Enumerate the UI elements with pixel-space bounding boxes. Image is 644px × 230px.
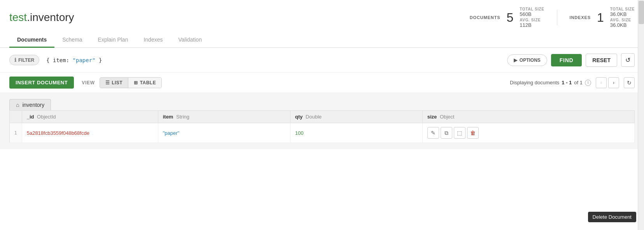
- db-collection-title: test.inventory: [9, 11, 74, 24]
- db-name: test: [9, 11, 27, 23]
- pencil-icon: ✎: [431, 130, 436, 136]
- documents-table: _id ObjectId item String qty Double size…: [9, 110, 635, 143]
- oid-value: 5a2818fcb3559f048b68fcde: [27, 130, 89, 136]
- table-label: TABLE: [140, 80, 156, 85]
- avg-size-indexes-value: 36.0KB: [610, 22, 635, 28]
- indexes-label: INDEXES: [570, 15, 591, 20]
- table-area: ⌂ inventory _id ObjectId item String qty: [0, 93, 644, 149]
- documents-count: 5: [506, 11, 513, 24]
- cell-id: 5a2818fcb3559f048b68fcde: [22, 123, 158, 143]
- col-header-id: _id ObjectId: [22, 111, 158, 123]
- filter-bar: ℹ FILTER { item: "paper" } ▶ OPTIONS FIN…: [0, 48, 644, 73]
- header: test.inventory DOCUMENTS 5 TOTAL SIZE 56…: [0, 0, 644, 28]
- avg-size-indexes: AVG. SIZE 36.0KB: [610, 18, 635, 28]
- total-size-docs-label: TOTAL SIZE: [520, 7, 544, 11]
- filter-button[interactable]: ℹ FILTER: [9, 55, 39, 65]
- cell-size: ✎ ⧉ ⬚ 🗑: [422, 123, 634, 143]
- list-label: LIST: [112, 80, 122, 85]
- total-size-indexes-value: 36.0KB: [610, 11, 635, 17]
- display-of: of 1: [574, 80, 583, 85]
- qty-value: 100: [295, 130, 304, 136]
- indexes-details: TOTAL SIZE 36.0KB AVG. SIZE 36.0KB: [610, 7, 635, 28]
- options-label: OPTIONS: [520, 57, 541, 63]
- delete-document-button[interactable]: 🗑: [467, 127, 479, 139]
- avg-size-docs-label: AVG. SIZE: [520, 18, 544, 22]
- find-button[interactable]: FIND: [551, 54, 582, 66]
- scrollbar-thumb[interactable]: [639, 1, 644, 24]
- insert-document-button[interactable]: INSERT DOCUMENT: [9, 77, 74, 89]
- copy-icon: ⧉: [444, 130, 448, 136]
- avg-size-docs: AVG. SIZE 112B: [520, 18, 544, 28]
- prev-page-button[interactable]: ‹: [596, 77, 607, 88]
- list-view-button[interactable]: ☰ LIST: [100, 78, 128, 88]
- documents-stat: DOCUMENTS 5 TOTAL SIZE 560B AVG. SIZE 11…: [470, 7, 544, 28]
- table-header-row: _id ObjectId item String qty Double size…: [10, 111, 635, 123]
- collection-header-name: inventory: [22, 102, 44, 108]
- document-toolbar: INSERT DOCUMENT VIEW ☰ LIST ⊞ TABLE Disp…: [0, 73, 644, 93]
- col-header-num: [10, 111, 22, 123]
- history-button[interactable]: ↺: [621, 53, 635, 67]
- chevron-left-icon: ‹: [600, 80, 602, 85]
- history-icon: ↺: [625, 57, 630, 63]
- tab-schema[interactable]: Schema: [54, 33, 90, 48]
- pagination-nav: ‹ ›: [596, 77, 619, 88]
- refresh-icon: ↻: [627, 80, 632, 86]
- clone-document-button[interactable]: ⬚: [454, 127, 466, 139]
- clone-icon: ⬚: [457, 130, 462, 136]
- col-header-qty: qty Double: [290, 111, 422, 123]
- app-container: test.inventory DOCUMENTS 5 TOTAL SIZE 56…: [0, 0, 644, 230]
- reset-label: RESET: [592, 57, 611, 63]
- filter-label: FILTER: [18, 57, 34, 63]
- view-toggle: ☰ LIST ⊞ TABLE: [100, 77, 162, 88]
- avg-size-docs-value: 112B: [520, 22, 544, 28]
- table-view-button[interactable]: ⊞ TABLE: [128, 78, 161, 88]
- stats-section: DOCUMENTS 5 TOTAL SIZE 560B AVG. SIZE 11…: [470, 7, 635, 28]
- collection-name-title: inventory: [30, 11, 74, 23]
- item-value: "paper": [163, 130, 179, 136]
- tab-validation[interactable]: Validation: [170, 33, 209, 48]
- avg-size-indexes-label: AVG. SIZE: [610, 18, 635, 22]
- tooltip-container: Delete Document: [588, 212, 636, 222]
- col-header-item: item String: [158, 111, 290, 123]
- info-icon: ℹ: [14, 57, 16, 63]
- reset-button[interactable]: RESET: [586, 54, 617, 67]
- options-button[interactable]: ▶ OPTIONS: [507, 54, 547, 66]
- display-info: Displaying documents 1 - 1 of 1 i: [510, 80, 591, 86]
- chevron-right-icon: ›: [613, 80, 614, 85]
- find-label: FIND: [560, 57, 573, 63]
- document-count-info-icon[interactable]: i: [585, 80, 591, 86]
- insert-label: INSERT DOCUMENT: [16, 80, 68, 85]
- table-row: 1 5a2818fcb3559f048b68fcde "paper" 100 ✎: [10, 123, 635, 143]
- copy-document-button[interactable]: ⧉: [441, 127, 452, 139]
- view-label: VIEW: [82, 80, 95, 85]
- list-icon: ☰: [105, 80, 110, 85]
- next-page-button[interactable]: ›: [608, 77, 619, 88]
- triangle-icon: ▶: [514, 57, 517, 63]
- cell-item: "paper": [158, 123, 290, 143]
- total-size-indexes: TOTAL SIZE 36.0KB: [610, 7, 635, 17]
- refresh-button[interactable]: ↻: [624, 77, 635, 88]
- home-icon: ⌂: [16, 102, 19, 108]
- documents-label: DOCUMENTS: [470, 15, 500, 20]
- documents-details: TOTAL SIZE 560B AVG. SIZE 112B: [520, 7, 544, 28]
- indexes-stat: INDEXES 1 TOTAL SIZE 36.0KB AVG. SIZE 36…: [570, 7, 635, 28]
- stats-divider: [557, 10, 557, 25]
- trash-icon: 🗑: [470, 130, 476, 136]
- collection-header: ⌂ inventory: [9, 99, 51, 110]
- scrollbar[interactable]: [638, 0, 644, 230]
- display-range: 1 - 1: [562, 80, 572, 85]
- indexes-count: 1: [597, 11, 604, 24]
- tab-documents[interactable]: Documents: [9, 33, 54, 48]
- tabs-bar: Documents Schema Explain Plan Indexes Va…: [0, 33, 644, 48]
- tab-indexes[interactable]: Indexes: [136, 33, 170, 48]
- total-size-docs: TOTAL SIZE 560B: [520, 7, 544, 17]
- tab-explain-plan[interactable]: Explain Plan: [90, 33, 136, 48]
- delete-tooltip: Delete Document: [588, 212, 636, 222]
- filter-input[interactable]: { item: "paper" }: [43, 56, 503, 65]
- col-header-size: size Object: [422, 111, 634, 123]
- edit-document-button[interactable]: ✎: [427, 127, 439, 139]
- row-number: 1: [10, 123, 22, 143]
- total-size-indexes-label: TOTAL SIZE: [610, 7, 635, 11]
- row-actions: ✎ ⧉ ⬚ 🗑: [427, 127, 630, 139]
- total-size-docs-value: 560B: [520, 11, 544, 17]
